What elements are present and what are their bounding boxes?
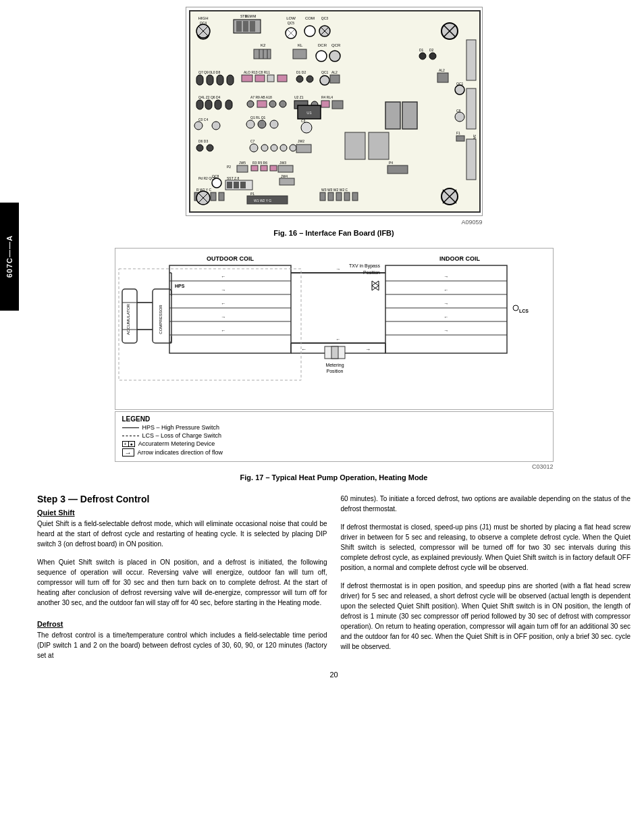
svg-rect-38 — [196, 75, 203, 85]
svg-text:←: ← — [221, 328, 225, 333]
svg-text:OUTDOOR COIL: OUTDOOR COIL — [207, 255, 254, 262]
svg-rect-104 — [227, 182, 232, 188]
svg-text:Q7  Q9  0L0  D8: Q7 Q9 0L0 D8 — [198, 70, 220, 74]
svg-text:Position: Position — [363, 270, 380, 275]
legend-box: LEGEND HPS – High Pressure Switch LCS – … — [115, 411, 554, 462]
svg-point-62 — [269, 101, 276, 107]
svg-text:QC5: QC5 — [287, 21, 294, 25]
svg-text:→: → — [221, 315, 225, 319]
svg-point-75 — [258, 120, 266, 128]
page-number: 20 — [37, 671, 630, 679]
svg-text:R4  RL4: R4 RL4 — [321, 95, 333, 99]
svg-text:P2: P2 — [227, 165, 231, 169]
svg-point-79 — [207, 145, 213, 151]
svg-point-140 — [455, 85, 464, 95]
svg-rect-100 — [387, 165, 408, 174]
svg-text:C7: C7 — [250, 139, 255, 143]
svg-text:QC8: QC8 — [212, 174, 219, 178]
quiet-shift-subheading: Quiet Shift — [37, 509, 327, 517]
svg-rect-142 — [456, 136, 464, 141]
text-body: Step 3 — Defrost Control Quiet Shift Qui… — [37, 494, 630, 660]
svg-rect-41 — [227, 75, 234, 85]
fig16-ref: A09059 — [186, 219, 483, 226]
svg-point-156 — [419, 53, 426, 59]
svg-text:→: → — [221, 288, 225, 292]
svg-text:→: → — [444, 274, 448, 279]
svg-text:→: → — [336, 267, 340, 271]
defrost-para: The defrost control is a time/temperatur… — [37, 630, 327, 660]
svg-rect-69 — [332, 101, 343, 109]
svg-marker-205 — [372, 281, 379, 290]
svg-rect-88 — [345, 132, 365, 159]
svg-point-63 — [279, 101, 286, 107]
col2-para1: 60 minutes). To initiate a forced defros… — [341, 494, 631, 514]
defrost-subheading: Defrost — [37, 620, 327, 628]
svg-text:←: ← — [301, 346, 306, 353]
svg-text:A7   R9   AB   A18: A7 R9 AB A18 — [250, 95, 272, 99]
svg-text:AL2: AL2 — [439, 68, 445, 72]
right-column: 60 minutes). To initiate a forced defros… — [341, 494, 631, 660]
legend-text-arrow: Arrow indicates direction of flow — [138, 449, 223, 456]
svg-rect-32 — [293, 49, 306, 59]
svg-text:←: ← — [221, 274, 225, 279]
svg-rect-119 — [344, 192, 350, 201]
ifb-diagram: HIGH QC4 STD REM/M LOW QC5 COM — [186, 7, 483, 216]
svg-point-158 — [429, 53, 436, 59]
svg-text:JW5: JW5 — [239, 161, 246, 165]
svg-text:Q1    RL    Q1: Q1 RL Q1 — [250, 115, 266, 120]
svg-rect-43 — [242, 75, 252, 82]
svg-text:QC1: QC1 — [321, 70, 329, 74]
legend-text-metering: Accuraterm Metering Device — [138, 440, 215, 447]
legend-text-lcs: LCS – Loss of Charge Switch — [142, 432, 222, 439]
svg-text:U2     Z1: U2 Z1 — [294, 95, 304, 99]
svg-point-81 — [250, 144, 258, 152]
svg-rect-87 — [296, 145, 311, 153]
svg-rect-138 — [466, 139, 476, 180]
svg-point-152 — [301, 122, 312, 133]
svg-rect-106 — [240, 182, 246, 188]
svg-rect-89 — [369, 132, 389, 159]
legend-item-arrow: → Arrow indicates direction of flow — [122, 448, 546, 457]
svg-text:→: → — [444, 328, 448, 333]
svg-text:DCR: DCR — [318, 43, 327, 47]
svg-text:←: ← — [221, 301, 225, 306]
svg-text:SST Z.8: SST Z.8 — [227, 176, 239, 180]
svg-rect-27 — [254, 49, 271, 59]
svg-text:W3 W3 W2 W2 C: W3 W3 W2 W2 C — [321, 188, 348, 192]
svg-point-71 — [194, 122, 203, 130]
svg-rect-40 — [217, 75, 223, 85]
svg-rect-98 — [278, 165, 293, 172]
legend-item-metering: +● Accuraterm Metering Device — [122, 440, 546, 447]
svg-text:HPS: HPS — [175, 284, 185, 288]
svg-rect-11 — [250, 21, 255, 32]
svg-point-83 — [271, 145, 277, 151]
legend-item-hps: HPS – High Pressure Switch — [122, 424, 546, 431]
svg-text:K2: K2 — [261, 43, 266, 47]
svg-text:D1: D1 — [419, 48, 424, 52]
svg-rect-94 — [251, 165, 258, 171]
legend-line-lcs — [122, 436, 139, 436]
legend-title: LEGEND — [122, 415, 546, 423]
step-heading: Step 3 — Defrost Control — [37, 494, 327, 504]
svg-point-60 — [247, 101, 254, 107]
svg-text:D1    D2: D1 D2 — [296, 70, 306, 74]
svg-rect-209 — [331, 346, 338, 359]
svg-rect-160 — [437, 73, 448, 82]
svg-rect-118 — [336, 192, 342, 201]
svg-rect-95 — [261, 165, 267, 171]
svg-rect-68 — [321, 101, 329, 107]
svg-text:ALO  R13  C8  R11: ALO R13 C8 R11 — [244, 70, 270, 74]
svg-rect-116 — [320, 192, 325, 201]
svg-rect-53 — [330, 75, 340, 83]
svg-text:←: ← — [336, 337, 340, 342]
svg-text:HIGH: HIGH — [198, 16, 208, 20]
svg-rect-120 — [352, 192, 358, 201]
svg-rect-105 — [234, 182, 239, 188]
svg-rect-10 — [243, 21, 248, 32]
svg-text:TXV in Bypass: TXV in Bypass — [349, 263, 380, 269]
fig17-ref: C03012 — [115, 463, 554, 470]
svg-rect-44 — [255, 75, 265, 82]
svg-rect-136 — [466, 88, 476, 129]
svg-rect-218 — [119, 269, 301, 380]
svg-point-49 — [306, 76, 313, 82]
